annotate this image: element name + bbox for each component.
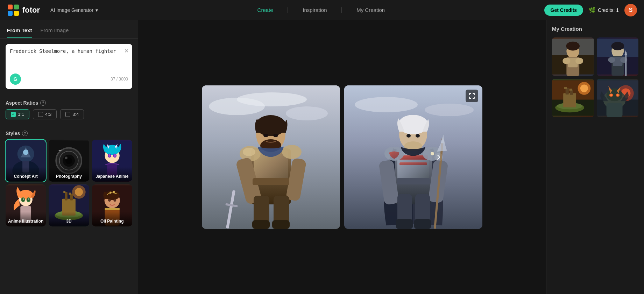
nav-sep-1: | — [287, 6, 289, 14]
svg-rect-4 — [14, 11, 19, 16]
svg-rect-45 — [65, 192, 68, 201]
svg-rect-103 — [397, 178, 430, 184]
generated-image-2 — [344, 85, 482, 229]
style-photography[interactable]: Photography — [49, 140, 89, 182]
style-3d[interactable]: 3D — [49, 184, 89, 226]
leaf-icon: 🌿 — [589, 7, 596, 13]
generated-image-1 — [202, 85, 340, 229]
svg-point-26 — [109, 155, 110, 155]
creation-thumbnail-4[interactable] — [597, 79, 639, 117]
header: fotor AI Image Generator ▾ Create | Insp… — [0, 0, 644, 20]
prompt-area: ✕ Frederick Steelmore, a human fighter G… — [6, 44, 132, 89]
svg-rect-78 — [253, 178, 289, 185]
header-right: Get Credits 🌿 Credits: 1 S — [544, 4, 637, 16]
chevron-right-icon — [437, 154, 440, 160]
ai-generator-dropdown[interactable]: AI Image Generator ▾ — [50, 7, 98, 13]
expand-icon — [469, 93, 475, 99]
svg-rect-81 — [252, 220, 270, 229]
svg-point-119 — [611, 42, 624, 50]
svg-point-37 — [27, 198, 30, 202]
svg-point-148 — [616, 94, 618, 96]
style-anime-illustration[interactable]: Anime illustration — [6, 184, 46, 226]
style-3d-label: 3D — [49, 212, 89, 226]
style-concept-art[interactable]: Concept Art — [6, 140, 46, 182]
svg-point-57 — [113, 199, 116, 202]
prompt-input[interactable]: Frederick Steelmore, a human fighter — [10, 48, 128, 69]
nav-inspiration[interactable]: Inspiration — [303, 7, 327, 13]
svg-point-54 — [109, 192, 112, 194]
style-japanese-anime[interactable]: Japanese Anime — [92, 140, 132, 182]
svg-point-68 — [243, 148, 255, 156]
ai-generator-label: AI Image Generator — [50, 7, 93, 13]
ratio-1-1-checkbox — [11, 112, 16, 117]
svg-rect-107 — [414, 219, 431, 229]
svg-rect-82 — [272, 220, 290, 229]
get-credits-button[interactable]: Get Credits — [544, 5, 583, 16]
creation-thumbnail-3[interactable] — [552, 79, 594, 117]
avatar[interactable]: S — [624, 4, 637, 16]
chevron-down-icon: ▾ — [95, 7, 98, 13]
svg-point-38 — [23, 198, 24, 200]
prompt-footer: G 37 / 3000 — [10, 74, 128, 85]
svg-rect-47 — [64, 191, 66, 193]
creation-thumbnail-2[interactable] — [597, 37, 639, 76]
thumb3-image — [552, 79, 594, 117]
ratio-4-3[interactable]: 4:3 — [33, 109, 57, 119]
thumb4-image — [597, 79, 639, 117]
aspect-ratios-help-icon[interactable]: ? — [40, 100, 46, 106]
nav-create[interactable]: Create — [257, 7, 273, 13]
styles-label: Styles — [6, 131, 20, 136]
svg-point-111 — [566, 42, 580, 51]
svg-rect-18 — [59, 150, 62, 151]
styles-help-icon[interactable]: ? — [22, 131, 28, 136]
svg-point-84 — [355, 97, 418, 112]
svg-point-147 — [610, 94, 612, 96]
clear-prompt-button[interactable]: ✕ — [124, 48, 129, 54]
svg-point-63 — [237, 92, 307, 106]
svg-rect-106 — [396, 219, 413, 229]
svg-rect-136 — [569, 89, 572, 91]
svg-rect-3 — [8, 11, 13, 16]
nav-sep-2: | — [341, 6, 343, 14]
credits-button[interactable]: 🌿 Credits: 1 — [589, 7, 619, 13]
svg-point-96 — [416, 134, 420, 138]
expand-image-button[interactable] — [466, 90, 478, 102]
aspect-ratios-label: Aspect Ratios — [6, 100, 38, 106]
svg-point-17 — [65, 156, 68, 159]
tab-from-text[interactable]: From Text — [7, 27, 32, 38]
scroll-right-button[interactable] — [434, 153, 443, 161]
thumb2-image — [597, 37, 639, 76]
ratio-4-3-checkbox — [38, 112, 43, 117]
ratio-3-4-label: 3:4 — [72, 112, 79, 117]
tab-from-image[interactable]: From Image — [40, 27, 69, 38]
style-concept-art-label: Concept Art — [6, 167, 46, 182]
fighter1-image — [202, 85, 340, 229]
svg-point-25 — [114, 154, 116, 157]
svg-rect-1 — [8, 5, 13, 9]
style-oil-painting-label: Oil Painting — [92, 212, 132, 226]
main-content — [138, 20, 546, 294]
ratio-1-1[interactable]: 1:1 — [6, 109, 29, 119]
fotor-logo-icon — [7, 4, 20, 16]
aspect-ratios-group: 1:1 4:3 3:4 — [0, 109, 138, 125]
creation-thumbnail-1[interactable] — [552, 37, 594, 76]
svg-point-27 — [115, 155, 115, 155]
svg-rect-89 — [399, 162, 427, 165]
ratio-4-3-label: 4:3 — [45, 112, 51, 117]
style-anime-illustration-label: Anime illustration — [6, 212, 46, 226]
style-oil-painting[interactable]: Oil Painting — [92, 184, 132, 226]
svg-point-97 — [431, 152, 434, 155]
svg-point-115 — [575, 58, 583, 64]
sidebar-tabs: From Text From Image — [0, 20, 138, 38]
svg-point-36 — [22, 198, 24, 202]
nav-my-creation[interactable]: My Creation — [356, 7, 385, 13]
credits-label: Credits: 1 — [598, 7, 619, 13]
svg-point-73 — [273, 134, 278, 137]
my-creation-title: My Creation — [552, 26, 638, 32]
generate-prompt-button[interactable]: G — [10, 74, 21, 85]
svg-rect-149 — [606, 103, 622, 117]
thumb1-image — [552, 37, 594, 76]
ratio-3-4[interactable]: 3:4 — [60, 109, 84, 119]
svg-point-39 — [28, 198, 29, 200]
svg-rect-132 — [563, 93, 576, 107]
